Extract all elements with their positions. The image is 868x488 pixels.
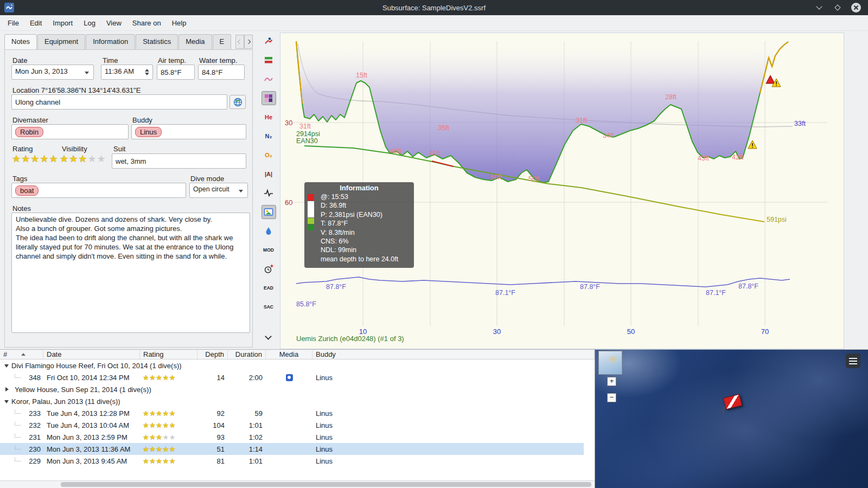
media-icon[interactable] xyxy=(286,374,293,381)
tab-media[interactable]: Media xyxy=(178,34,212,49)
dive-row[interactable]: 233Tue Jun 4, 2013 12:28 PM★★★★★9259Linu… xyxy=(0,407,584,419)
dive-row[interactable]: 232Tue Jun 4, 2013 10:04 AM★★★★★1041:01L… xyxy=(0,419,584,431)
tab-scroll-right-button[interactable] xyxy=(244,35,253,49)
tab-scroll-left-button[interactable] xyxy=(235,35,244,49)
notes-textarea[interactable] xyxy=(11,213,250,333)
star-icon: ★ xyxy=(169,422,176,429)
tag-chip[interactable]: boat xyxy=(15,185,39,196)
rating-stars[interactable]: ★★★★★ xyxy=(12,154,59,164)
column-header-duration[interactable]: Duration xyxy=(228,350,266,359)
dive-mode-select[interactable]: Open circuit xyxy=(189,183,248,198)
date-select[interactable]: Mon Jun 3, 2013 xyxy=(11,65,94,80)
dive-profile[interactable]: 15ft31ft2914psiEAN3040ft41ft35ft50ft50ft… xyxy=(280,33,844,349)
menu-log[interactable]: Log xyxy=(78,15,101,31)
column-header-media[interactable]: Media xyxy=(266,350,312,359)
tab-equipment[interactable]: Equipment xyxy=(37,34,85,49)
expand-icon[interactable] xyxy=(5,387,11,391)
tags-field[interactable]: boat xyxy=(11,183,186,198)
divemaster-field[interactable]: Robin xyxy=(11,124,129,139)
buddy-field[interactable]: Linus xyxy=(131,124,246,139)
tissue-heatmap-icon[interactable] xyxy=(261,91,276,105)
dive-date: Tue Jun 4, 2013 12:28 PM xyxy=(43,409,140,418)
step-up-icon[interactable] xyxy=(145,67,149,72)
dive-row[interactable]: 230Mon Jun 3, 2013 11:36 AM★★★★★511:14Li… xyxy=(0,443,584,455)
zoom-out-button[interactable]: − xyxy=(607,393,616,402)
collapse-icon[interactable] xyxy=(4,364,9,370)
map-lookup-button[interactable] xyxy=(229,95,246,109)
star-icon: ★ xyxy=(156,446,162,453)
air-icon[interactable]: |A| xyxy=(261,167,276,181)
star-icon: ★ xyxy=(162,446,169,453)
star-icon: ★ xyxy=(87,154,97,164)
buddy-chip[interactable]: Linus xyxy=(135,127,162,137)
time-stepper[interactable] xyxy=(143,67,151,78)
map-panel[interactable]: + − xyxy=(595,350,868,488)
menu-help[interactable]: Help xyxy=(167,15,192,31)
column-header-rating[interactable]: Rating xyxy=(140,350,197,359)
heartrate-icon[interactable] xyxy=(261,186,276,200)
column-header-date[interactable]: Date xyxy=(43,350,140,359)
step-down-icon[interactable] xyxy=(145,73,149,78)
calculated-ceiling-icon xyxy=(264,55,273,65)
maximize-button[interactable] xyxy=(832,2,843,13)
info-box-row: mean depth to here 24.0ft xyxy=(321,255,410,264)
menu-edit[interactable]: Edit xyxy=(24,15,47,31)
star-icon: ★ xyxy=(49,154,59,164)
column-header-label: Rating xyxy=(143,350,164,359)
column-header-depth[interactable]: Depth xyxy=(197,350,228,359)
tab-e[interactable]: E xyxy=(213,34,232,49)
trip-row[interactable]: Yellow House, Sun Sep 21, 2014 (1 dive(s… xyxy=(0,383,584,395)
dc-ceiling-icon[interactable] xyxy=(261,34,276,48)
calculated-ceiling-icon[interactable] xyxy=(261,53,276,67)
water-temp-field[interactable] xyxy=(198,65,245,80)
water-type-icon[interactable] xyxy=(261,224,276,238)
tissues-icon[interactable] xyxy=(261,72,276,86)
time-value: 11:36 AM xyxy=(105,67,134,75)
phe-graph-icon[interactable]: He xyxy=(261,110,276,124)
tab-statistics[interactable]: Statistics xyxy=(136,34,178,49)
po2-graph-icon[interactable]: O₂ xyxy=(261,148,276,162)
dive-list-body: Divi Flamingo House Reef, Fri Oct 10, 20… xyxy=(0,359,584,467)
dive-row[interactable]: 348Fri Oct 10, 2014 12:34 PM★★★★★142:00L… xyxy=(0,371,584,383)
zoom-in-button[interactable]: + xyxy=(607,377,616,386)
map-overview-thumbnail[interactable] xyxy=(598,351,622,375)
toolbar-collapse-button[interactable] xyxy=(261,331,276,343)
column-header-number[interactable]: # xyxy=(0,350,43,359)
scrollbar-handle[interactable] xyxy=(61,482,591,487)
divemaster-chip[interactable]: Robin xyxy=(15,127,43,137)
ead-icon[interactable]: EAD xyxy=(261,281,276,295)
location-input[interactable] xyxy=(11,94,227,110)
dive-site-flag-marker[interactable] xyxy=(723,394,742,410)
collapse-icon[interactable] xyxy=(4,400,9,406)
tab-notes[interactable]: Notes xyxy=(4,34,37,49)
menu-view[interactable]: View xyxy=(101,15,127,31)
column-header-buddy[interactable]: Buddy xyxy=(312,350,595,359)
close-button[interactable] xyxy=(851,2,861,13)
air-temp-field[interactable] xyxy=(157,65,195,80)
dive-row[interactable]: 231Mon Jun 3, 2013 2:59 PM★★★★★931:02Lin… xyxy=(0,431,584,443)
menu-file[interactable]: File xyxy=(2,15,24,31)
trip-row[interactable]: Koror, Palau, Jun 2013 (11 dive(s)) xyxy=(0,395,584,407)
menu-import[interactable]: Import xyxy=(47,15,78,31)
time-field[interactable]: 11:36 AM xyxy=(101,65,153,80)
vertical-splitter[interactable] xyxy=(595,350,595,488)
visibility-stars[interactable]: ★★★★★ xyxy=(60,154,106,164)
menu-share-on[interactable]: Share on xyxy=(127,15,167,31)
map-menu-button[interactable] xyxy=(846,354,860,368)
suit-field[interactable] xyxy=(112,153,246,169)
dive-buddy: Linus xyxy=(312,409,584,418)
pn2-graph-icon[interactable]: N₂ xyxy=(261,129,276,143)
deco-ndl-icon[interactable] xyxy=(261,262,276,276)
horizontal-scrollbar[interactable] xyxy=(0,480,595,488)
column-header-label: # xyxy=(3,350,7,359)
trip-row[interactable]: Divi Flamingo House Reef, Fri Oct 10, 20… xyxy=(0,359,584,371)
mod-icon[interactable]: MOD xyxy=(261,243,276,257)
tab-information[interactable]: Information xyxy=(86,34,135,49)
dive-row[interactable]: 229Mon Jun 3, 2013 9:45 AM★★★★★811:01Lin… xyxy=(0,455,584,467)
photos-icon[interactable] xyxy=(261,205,276,219)
sac-icon[interactable]: SAC xyxy=(261,300,276,314)
dive-depth: 93 xyxy=(197,433,228,441)
horizontal-splitter[interactable] xyxy=(0,349,868,350)
shade-button[interactable] xyxy=(814,2,825,13)
info-box-row: @: 15:53 xyxy=(321,192,410,201)
